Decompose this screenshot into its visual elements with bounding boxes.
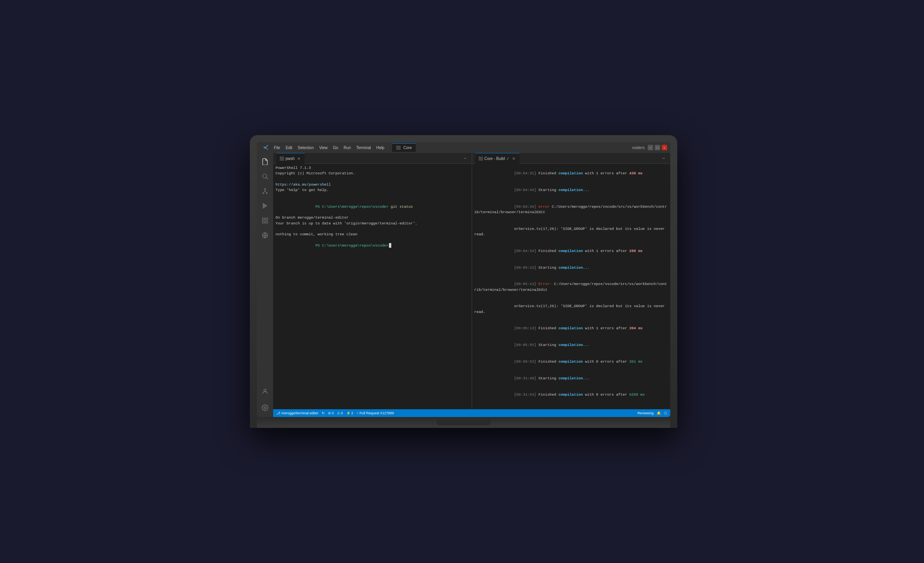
- activity-icon-remote[interactable]: [258, 228, 272, 242]
- activity-icon-extensions[interactable]: [258, 214, 272, 228]
- svg-rect-8: [262, 221, 264, 223]
- core-build-check: ✓: [506, 156, 509, 161]
- status-ext[interactable]: ⚡ 2: [346, 411, 354, 415]
- status-branch[interactable]: ⎇ merogge/terminal-editor: [276, 411, 319, 415]
- activity-icon-search[interactable]: [258, 169, 272, 183]
- panel-core-build-menu-icon[interactable]: ⋯: [660, 155, 667, 162]
- menu-run[interactable]: Run: [341, 146, 353, 150]
- panels-area: ⬛ pwsh ✕ ⋯ PowerShell 7.1.3 Copyr: [273, 153, 670, 409]
- git-branch-icon: ⎇: [276, 411, 280, 415]
- errors-count: ⊘ 0: [328, 411, 334, 415]
- core-line-4: [09:04:34] Finished compilation with 1 e…: [474, 243, 668, 260]
- top-panels: ⬛ pwsh ✕ ⋯ PowerShell 7.1.3 Copyr: [273, 153, 670, 409]
- win-controls: ─ □ ✕: [648, 145, 667, 150]
- titlebar-tab[interactable]: ⬛ Core: [392, 143, 416, 152]
- panel-pwsh-toolbar: ⋯: [462, 155, 469, 162]
- core-line-6: [09:05:13] Error: C:/Users/merogge/repos…: [474, 276, 668, 298]
- core-line-5: [09:05:13] Starting compilation...: [474, 259, 668, 276]
- maximize-button[interactable]: □: [655, 145, 660, 150]
- sync-icon: ↻: [322, 411, 325, 415]
- status-pr[interactable]: ⑂ Pull Request #127889: [356, 411, 394, 415]
- core-line-10: [09:31:48] Starting compilation...: [474, 370, 668, 387]
- pwsh-blank: [275, 226, 469, 232]
- core-line-3: [09:04:34] error C:/Users/merogge/repos/…: [474, 199, 668, 221]
- status-hex[interactable]: ⬡: [664, 411, 667, 415]
- pwsh-branch: On branch merogge/terminal-editor: [275, 215, 469, 221]
- pwsh-line-1: PowerShell 7.1.3: [275, 165, 469, 171]
- svg-rect-7: [266, 218, 268, 220]
- panel-pwsh-close[interactable]: ✕: [296, 156, 302, 161]
- svg-point-11: [264, 389, 266, 391]
- panel-core-build-header: ⬛ Core - Build ✓ ✕ ⋯: [472, 153, 671, 164]
- svg-rect-9: [266, 221, 268, 223]
- svg-marker-5: [263, 203, 267, 209]
- menu-selection[interactable]: Selection: [295, 146, 316, 150]
- status-sync[interactable]: ↻: [322, 411, 325, 415]
- menu-file[interactable]: File: [272, 146, 282, 150]
- main-area: ⬛ pwsh ✕ ⋯ PowerShell 7.1.3 Copyr: [257, 153, 670, 417]
- pr-label: Pull Request #127889: [359, 411, 394, 415]
- pwsh-line-5: Type 'help' to get help.: [275, 188, 469, 193]
- panel-core-build-tab[interactable]: ⬛ Core - Build ✓ ✕: [475, 153, 520, 164]
- activity-bar: [257, 153, 273, 417]
- core-line-6b: orService.ts(17,26): 'SIDE_GROUP' is dec…: [474, 298, 668, 320]
- svg-point-12: [264, 407, 266, 409]
- status-errors[interactable]: ⊘ 0: [328, 411, 334, 415]
- status-bar: ⎇ merogge/terminal-editor ↻ ⊘ 0 ⚠ 0: [273, 409, 670, 417]
- ext-count: ⚡ 2: [346, 411, 354, 415]
- core-line-3b: orService.ts(17,26): 'SIDE_GROUP' is dec…: [474, 221, 668, 243]
- svg-point-0: [263, 174, 267, 178]
- core-line-8: [09:05:55] Starting compilation...: [474, 337, 668, 354]
- svg-line-1: [266, 177, 268, 179]
- menu-help[interactable]: Help: [374, 146, 387, 150]
- svg-rect-6: [262, 218, 264, 220]
- pwsh-line-4: https://aka.ms/powershell: [275, 182, 469, 188]
- pwsh-uptodate: Your branch is up to date with 'origin/m…: [275, 221, 469, 226]
- panel-core-build-close[interactable]: ✕: [511, 156, 516, 161]
- activity-icon-account[interactable]: [258, 386, 272, 400]
- status-warnings[interactable]: ⚠ 0: [337, 411, 343, 415]
- core-line-1: [09:04:31] Finished compilation with 1 e…: [474, 165, 668, 182]
- menu-go[interactable]: Go: [331, 146, 340, 150]
- status-bell[interactable]: 🔔: [657, 411, 661, 415]
- status-left: ⎇ merogge/terminal-editor ↻ ⊘ 0 ⚠ 0: [276, 411, 394, 415]
- svg-point-3: [263, 193, 264, 194]
- pwsh-nothing: nothing to commit, working tree clean: [275, 232, 469, 237]
- svg-point-4: [266, 193, 267, 194]
- warnings-count: ⚠ 0: [337, 411, 343, 415]
- core-line-12: [09:33:33] Starting compilation...: [474, 403, 668, 409]
- panel-core-build-content: [09:04:31] Finished compilation with 1 e…: [472, 164, 671, 409]
- reviewing-label: Reviewing: [637, 411, 654, 415]
- pr-icon: ⑂: [356, 411, 358, 415]
- laptop-notch: [436, 420, 491, 425]
- branch-name: merogge/terminal-editor: [281, 411, 319, 415]
- panel-pwsh-content: PowerShell 7.1.3 Copyright (c) Microsoft…: [273, 164, 472, 409]
- activity-icon-settings[interactable]: [258, 401, 272, 415]
- window-title: nsiders: [632, 146, 645, 150]
- panel-core-build: ⬛ Core - Build ✓ ✕ ⋯: [472, 153, 671, 409]
- menu-terminal[interactable]: Terminal: [354, 146, 373, 150]
- svg-point-2: [265, 188, 266, 189]
- activity-icon-explorer[interactable]: [258, 155, 272, 169]
- activity-icon-run-debug[interactable]: [258, 199, 272, 213]
- pwsh-line-6: [275, 193, 469, 198]
- menu-view[interactable]: View: [317, 146, 330, 150]
- pwsh-git-cmd: PS C:\Users\merogge\repos\vscode> git st…: [275, 199, 469, 215]
- activity-icon-source-control[interactable]: [258, 184, 272, 198]
- hex-icon: ⬡: [664, 411, 667, 415]
- menu-edit[interactable]: Edit: [283, 146, 295, 150]
- minimize-button[interactable]: ─: [648, 145, 653, 150]
- status-reviewing[interactable]: Reviewing: [637, 411, 654, 415]
- pwsh-line-2: Copyright (c) Microsoft Corporation.: [275, 171, 469, 176]
- core-line-7: [09:05:13] Finished compilation with 1 e…: [474, 320, 668, 337]
- titlebar-menu: File Edit Selection View Go Run Terminal…: [263, 144, 387, 151]
- pwsh-line-3: [275, 177, 469, 182]
- titlebar: File Edit Selection View Go Run Terminal…: [257, 142, 670, 153]
- panel-pwsh-menu-icon[interactable]: ⋯: [462, 155, 469, 162]
- close-button[interactable]: ✕: [662, 145, 667, 150]
- core-line-2: [09:04:34] Starting compilation...: [474, 182, 668, 199]
- laptop-outer: File Edit Selection View Go Run Terminal…: [250, 135, 677, 428]
- panel-pwsh-header: ⬛ pwsh ✕ ⋯: [273, 153, 472, 164]
- pwsh-prompt2: PS C:\Users\merogge\repos\vscode>: [275, 237, 469, 254]
- panel-pwsh-tab[interactable]: ⬛ pwsh ✕: [276, 153, 305, 164]
